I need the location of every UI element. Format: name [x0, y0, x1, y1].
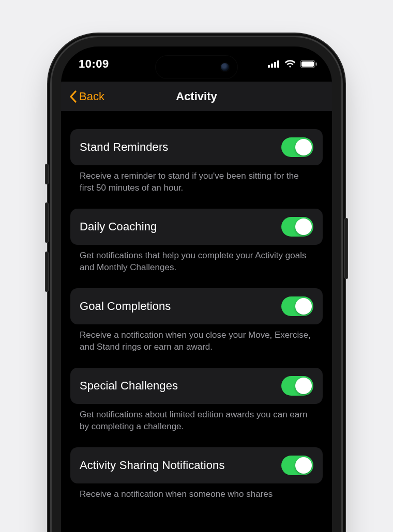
toggle-knob — [295, 298, 312, 315]
toggle-goal-completions[interactable] — [281, 296, 313, 316]
dynamic-island — [156, 56, 237, 79]
phone-frame: 10:09 — [52, 37, 341, 532]
power-button[interactable] — [344, 218, 348, 279]
back-button[interactable]: Back — [66, 82, 108, 111]
row-goal-completions: Goal Completions — [70, 288, 323, 324]
status-time: 10:09 — [79, 57, 109, 71]
row-stand-reminders: Stand Reminders — [70, 129, 323, 165]
row-special-challenges: Special Challenges — [70, 368, 323, 404]
toggle-knob — [295, 139, 312, 155]
viewport: 10:09 — [0, 0, 393, 532]
svg-rect-2 — [274, 62, 276, 68]
row-label: Goal Completions — [80, 300, 171, 313]
toggle-knob — [295, 378, 312, 394]
volume-up-button[interactable] — [45, 202, 49, 243]
row-description: Receive a notification when you close yo… — [70, 324, 323, 368]
toggle-stand-reminders[interactable] — [281, 137, 313, 157]
row-description: Receive a reminder to stand if you've be… — [70, 165, 323, 209]
svg-rect-5 — [301, 61, 314, 67]
screen: 10:09 — [61, 46, 332, 532]
chevron-left-icon — [69, 90, 77, 103]
back-label: Back — [79, 90, 104, 103]
front-camera — [221, 63, 229, 71]
mute-switch[interactable] — [45, 164, 49, 184]
cellular-icon — [268, 60, 280, 68]
row-daily-coaching: Daily Coaching — [70, 209, 323, 245]
toggle-knob — [295, 457, 312, 474]
svg-rect-6 — [316, 62, 318, 66]
navigation-bar: Back Activity — [61, 82, 332, 112]
row-label: Activity Sharing Notifications — [80, 459, 225, 472]
toggle-special-challenges[interactable] — [281, 376, 313, 396]
battery-icon — [300, 60, 318, 68]
wifi-icon — [284, 60, 296, 68]
status-indicators — [268, 60, 318, 68]
page-title: Activity — [176, 90, 217, 103]
row-label: Special Challenges — [80, 379, 178, 393]
row-description: Get notifications about limited edition … — [70, 404, 323, 447]
svg-rect-3 — [277, 60, 279, 68]
settings-list: Stand Reminders Receive a reminder to st… — [61, 112, 332, 514]
row-activity-sharing-notifications: Activity Sharing Notifications — [70, 447, 323, 483]
row-label: Stand Reminders — [80, 140, 168, 154]
row-description: Get notifications that help you complete… — [70, 245, 323, 288]
row-label: Daily Coaching — [80, 220, 157, 233]
toggle-knob — [295, 218, 312, 235]
toggle-daily-coaching[interactable] — [281, 217, 313, 237]
svg-rect-0 — [268, 65, 270, 68]
toggle-activity-sharing-notifications[interactable] — [281, 456, 313, 475]
volume-down-button[interactable] — [45, 252, 49, 292]
svg-rect-1 — [271, 64, 273, 68]
row-description: Receive a notification when someone who … — [70, 483, 323, 515]
